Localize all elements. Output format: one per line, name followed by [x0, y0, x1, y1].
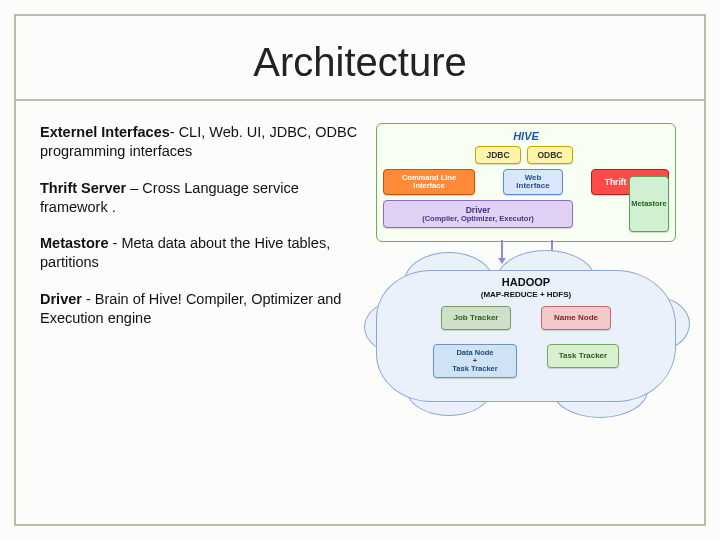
metastore-box: Metastore [629, 176, 669, 232]
cli-box: Command Line Interface [383, 169, 475, 195]
bullet-driver: Driver - Brain of Hive! Compiler, Optimi… [40, 290, 360, 328]
bullet-metastore: Metastore - Meta data about the Hive tab… [40, 234, 360, 272]
bullet-thrift-server: Thrift Server – Cross Language service f… [40, 179, 360, 217]
hive-row-interfaces: Command Line Interface Web Interface Thr… [383, 169, 669, 195]
driver-box: Driver (Compiler, Optimizer, Executor) [383, 200, 573, 228]
task-tracker-box: Task Tracker [547, 344, 619, 368]
bullet-label: Thrift Server [40, 180, 126, 196]
name-node-box: Name Node [541, 306, 611, 330]
hive-title: HIVE [383, 130, 669, 142]
content-area: Externel Interfaces- CLI, Web. UI, JDBC,… [16, 101, 704, 412]
bullet-label: Driver [40, 291, 82, 307]
hadoop-subtitle: (MAP-REDUCE + HDFS) [376, 290, 676, 299]
jdbc-box: JDBC [475, 146, 521, 164]
hadoop-row-masters: Job Tracker Name Node [376, 306, 676, 330]
bullet-label: Externel Interfaces [40, 124, 170, 140]
slide-title: Architecture [16, 16, 704, 99]
web-interface-box: Web Interface [503, 169, 563, 195]
driver-sub-label: (Compiler, Optimizer, Executor) [422, 215, 534, 223]
datanode-line2: Task Tracker [452, 365, 497, 373]
architecture-diagram: HIVE JDBC ODBC Command Line Interface We… [376, 123, 676, 402]
hive-container: HIVE JDBC ODBC Command Line Interface We… [376, 123, 676, 242]
bullet-external-interfaces: Externel Interfaces- CLI, Web. UI, JDBC,… [40, 123, 360, 161]
data-node-box: Data Node + Task Tracker [433, 344, 517, 378]
hive-row-connectors: JDBC ODBC [383, 146, 669, 164]
bullet-label: Metastore [40, 235, 109, 251]
hadoop-row-workers: Data Node + Task Tracker Task Tracker [376, 344, 676, 378]
hive-row-driver: Driver (Compiler, Optimizer, Executor) [383, 200, 669, 228]
hadoop-title: HADOOP [376, 276, 676, 288]
slide-frame: Architecture Externel Interfaces- CLI, W… [14, 14, 706, 526]
odbc-box: ODBC [527, 146, 573, 164]
metastore-wrap: Metastore [629, 176, 669, 232]
job-tracker-box: Job Tracker [441, 306, 511, 330]
slide: Architecture Externel Interfaces- CLI, W… [0, 0, 720, 540]
diagram-column: HIVE JDBC ODBC Command Line Interface We… [372, 123, 680, 402]
text-column: Externel Interfaces- CLI, Web. UI, JDBC,… [40, 123, 360, 402]
hadoop-cloud: HADOOP (MAP-REDUCE + HDFS) Job Tracker N… [376, 270, 676, 402]
